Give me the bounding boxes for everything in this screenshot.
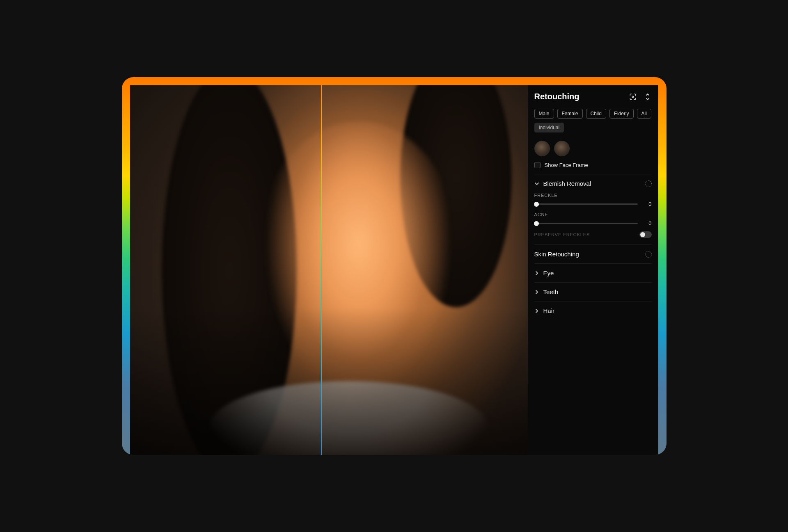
- face-thumbnail-1[interactable]: [534, 141, 550, 156]
- mode-chip-individual[interactable]: Individual: [534, 123, 564, 132]
- section-header-eye[interactable]: Eye: [534, 264, 652, 282]
- slider-value-acne: 0: [644, 220, 652, 226]
- before-after-divider[interactable]: [321, 85, 322, 455]
- gradient-frame: Retouching: [122, 77, 667, 455]
- section-hair: Hair: [534, 301, 652, 320]
- chevron-right-icon: [534, 308, 539, 313]
- section-title-eye: Eye: [543, 269, 554, 276]
- filter-chip-female[interactable]: Female: [557, 109, 583, 119]
- section-body-blemish: FRECKLE 0 ACNE: [534, 193, 652, 244]
- filter-chip-all[interactable]: All: [637, 109, 651, 119]
- slider-acne[interactable]: [534, 223, 638, 224]
- face-thumbnail-2[interactable]: [554, 141, 570, 156]
- face-detect-icon[interactable]: [629, 93, 637, 101]
- gender-age-filter-row: Male Female Child Elderly All: [534, 109, 652, 119]
- image-canvas[interactable]: [130, 85, 528, 455]
- slider-label-freckle: FRECKLE: [534, 193, 652, 198]
- section-title-teeth: Teeth: [543, 288, 559, 295]
- header-icon-group: [629, 93, 652, 101]
- section-header-teeth[interactable]: Teeth: [534, 283, 652, 301]
- panel-title: Retouching: [534, 92, 580, 101]
- svg-point-0: [632, 96, 634, 98]
- mask-indicator-icon[interactable]: [645, 251, 652, 258]
- retouching-sidebar: Retouching: [528, 85, 658, 455]
- section-header-hair[interactable]: Hair: [534, 301, 652, 320]
- show-face-frame-checkbox[interactable]: [534, 162, 541, 168]
- slider-block-acne: ACNE 0: [534, 212, 652, 226]
- section-title-blemish: Blemish Removal: [543, 180, 591, 187]
- show-face-frame-row: Show Face Frame: [534, 162, 652, 168]
- section-blemish-removal: Blemish Removal FRECKLE 0: [534, 174, 652, 244]
- mask-indicator-icon[interactable]: [645, 180, 652, 187]
- app-window: Retouching: [130, 85, 658, 455]
- section-header-blemish[interactable]: Blemish Removal: [534, 174, 652, 193]
- section-title-hair: Hair: [543, 307, 555, 314]
- section-skin-retouching: Skin Retouching: [534, 244, 652, 263]
- chevron-right-icon: [534, 290, 539, 295]
- sidebar-header: Retouching: [534, 92, 652, 101]
- show-face-frame-label: Show Face Frame: [545, 162, 588, 168]
- filter-chip-child[interactable]: Child: [586, 109, 606, 119]
- preserve-freckles-row: PRESERVE FRECKLES: [534, 231, 652, 238]
- filter-chip-elderly[interactable]: Elderly: [609, 109, 634, 119]
- detected-faces-row: [534, 141, 652, 156]
- section-header-skin[interactable]: Skin Retouching: [534, 245, 652, 263]
- slider-freckle[interactable]: [534, 203, 638, 205]
- section-eye: Eye: [534, 263, 652, 282]
- expand-collapse-icon[interactable]: [644, 93, 652, 101]
- filter-chip-male[interactable]: Male: [534, 109, 554, 119]
- portrait-face: [249, 122, 468, 425]
- slider-label-acne: ACNE: [534, 212, 652, 217]
- chevron-down-icon: [534, 181, 539, 186]
- chevron-right-icon: [534, 271, 539, 276]
- slider-block-freckle: FRECKLE 0: [534, 193, 652, 207]
- preserve-freckles-label: PRESERVE FRECKLES: [534, 232, 590, 237]
- section-title-skin: Skin Retouching: [534, 251, 579, 258]
- preserve-freckles-toggle[interactable]: [639, 231, 652, 238]
- section-teeth: Teeth: [534, 282, 652, 301]
- mode-row: Individual: [534, 123, 652, 132]
- slider-value-freckle: 0: [644, 201, 652, 207]
